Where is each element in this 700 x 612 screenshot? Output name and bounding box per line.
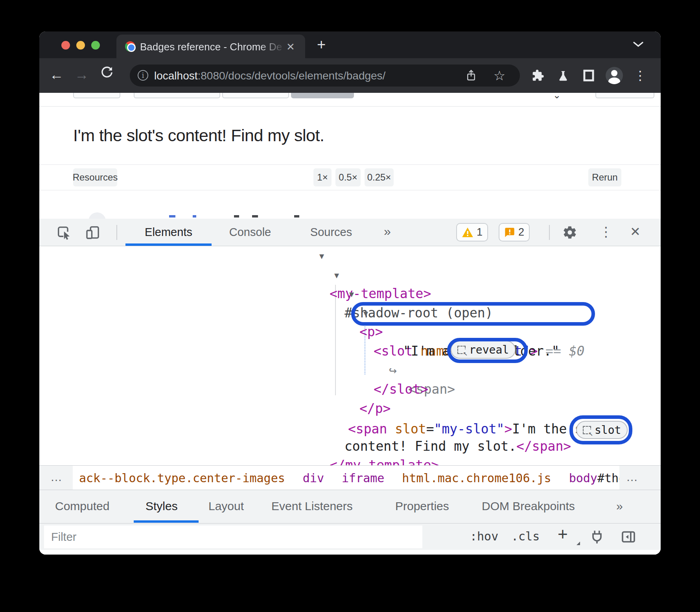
device-toolbar-icon[interactable] (85, 225, 101, 242)
tab-layout[interactable]: Layout (208, 500, 244, 513)
close-window-button[interactable] (61, 41, 70, 50)
expand-arrow-icon[interactable]: ▼ (319, 247, 324, 265)
devtools-menu-icon[interactable]: ⋮ (599, 224, 613, 240)
forward-button[interactable]: → (75, 67, 89, 83)
breadcrumb-item[interactable]: ack--block.type.center-images (79, 471, 285, 485)
tab-properties[interactable]: Properties (395, 500, 449, 513)
styles-pane-tabs: Computed Styles Layout Event Listeners P… (39, 490, 661, 523)
inspect-element-icon[interactable] (56, 225, 72, 242)
speed-1x-button[interactable]: 1× (313, 168, 332, 186)
toggle-element-state-button[interactable]: :hov (470, 529, 498, 543)
active-tab-underline (125, 243, 212, 246)
devtools-toolbar: Elements Console Sources » 1 2 ⋮ ✕ (39, 219, 661, 246)
styles-filter-input[interactable] (44, 525, 422, 548)
slot-badge[interactable]: ↖ slot (576, 421, 628, 439)
browser-window: Badges reference - Chrome De ✕ + ← → i l… (39, 31, 661, 555)
share-icon[interactable] (462, 67, 480, 84)
styles-pane-content (39, 550, 661, 555)
clipped-text-fragment (234, 215, 239, 218)
tree-node-my-template[interactable]: <my-template> (330, 284, 431, 303)
clipped-text-fragment (294, 215, 299, 218)
warning-count: 1 (477, 226, 483, 238)
reveal-icon: ↖ (457, 346, 466, 354)
tab-dom-breakpoints[interactable]: DOM Breakpoints (482, 500, 575, 513)
divider (39, 106, 661, 107)
reveal-badge-label: reveal (469, 343, 509, 356)
breadcrumb-overflow-left[interactable]: … (50, 470, 62, 484)
tab-search-chevron-icon[interactable] (632, 41, 644, 50)
page-viewport: ⌄ I'm the slot's content! Find my slot. … (39, 93, 661, 219)
dollar-zero-ref: $0 (569, 343, 585, 359)
clipped-button[interactable] (595, 93, 654, 98)
new-style-rule-button[interactable]: + (558, 524, 568, 544)
breadcrumb-item[interactable]: html.mac.chrome106.js (402, 471, 551, 485)
close-tab-icon[interactable]: ✕ (286, 41, 295, 53)
tab-computed[interactable]: Computed (55, 500, 109, 513)
warnings-badge[interactable]: 1 (456, 223, 488, 241)
new-tab-button[interactable]: + (317, 36, 326, 53)
expand-arrow-icon[interactable]: ▼ (334, 266, 339, 285)
experiments-flask-icon[interactable] (554, 67, 572, 84)
tab-console[interactable]: Console (223, 219, 278, 246)
side-panel-icon[interactable] (580, 67, 597, 84)
new-style-rule-dropdown-corner[interactable] (577, 542, 580, 545)
demo-slot-content-text: I'm the slot's content! Find my slot. (73, 126, 324, 145)
tab-elements[interactable]: Elements (125, 219, 212, 246)
slot-projection-arrow-icon: ↪ (389, 361, 405, 380)
divider (549, 225, 550, 240)
resources-button[interactable]: Resources (73, 168, 117, 186)
tab-event-listeners[interactable]: Event Listeners (271, 500, 353, 513)
slot-badge-label: slot (595, 424, 621, 437)
extensions-puzzle-icon[interactable] (529, 67, 547, 84)
clipped-button-selected[interactable] (291, 93, 354, 98)
url-path: :8080/docs/devtools/elements/badges/ (198, 70, 386, 82)
clipped-chevron-icon: ⌄ (553, 93, 561, 101)
issues-badge[interactable]: 2 (499, 223, 530, 241)
rerun-button[interactable]: Rerun (588, 168, 621, 186)
clipped-text-fragment (252, 215, 258, 218)
dom-tree: ••• ▼ <my-template> ▼ #shadow-root (open… (39, 246, 661, 465)
expand-arrow-icon[interactable]: ▼ (363, 304, 368, 323)
clipped-button[interactable] (134, 93, 220, 98)
speed-05x-button[interactable]: 0.5× (335, 168, 361, 186)
element-classes-button[interactable]: .cls (511, 529, 540, 543)
active-pane-underline (134, 520, 199, 523)
chrome-favicon-icon (125, 41, 135, 52)
url-text: localhost:8080/docs/devtools/elements/ba… (154, 70, 385, 82)
clipped-content-fragment (88, 212, 106, 219)
tab-strip: Badges reference - Chrome De ✕ + (39, 31, 661, 58)
browser-tab[interactable]: Badges reference - Chrome De ✕ (116, 35, 305, 58)
close-devtools-icon[interactable]: ✕ (630, 224, 641, 239)
tree-node-p[interactable]: <p> (359, 323, 383, 341)
demo-toolbar: Resources 1× 0.5× 0.25× Rerun (39, 164, 661, 190)
bookmark-star-icon[interactable]: ☆ (491, 67, 508, 84)
more-panes-icon[interactable]: » (616, 500, 623, 513)
maximize-window-button[interactable] (91, 41, 100, 50)
minimize-window-button[interactable] (76, 41, 85, 50)
url-host: localhost (154, 70, 198, 82)
clipped-button[interactable] (73, 93, 120, 98)
back-button[interactable]: ← (50, 67, 64, 83)
tab-styles[interactable]: Styles (146, 500, 178, 513)
tree-node-slot-close[interactable]: </slot> (374, 380, 428, 399)
tree-node-slotted-span-line2[interactable]: content! Find my slot.</span> (344, 437, 571, 456)
tab-sources[interactable]: Sources (304, 219, 359, 246)
reveal-badge[interactable]: ↖ reveal (451, 341, 516, 359)
speed-025x-button[interactable]: 0.25× (365, 168, 394, 186)
reload-button[interactable] (100, 65, 114, 83)
plug-icon[interactable] (589, 529, 605, 546)
breadcrumb-item[interactable]: div (303, 471, 324, 485)
more-tabs-icon[interactable]: » (384, 224, 391, 239)
breadcrumb-overflow-right[interactable]: … (626, 470, 638, 484)
breadcrumb-item[interactable]: body#the-bo (569, 471, 619, 485)
clipped-button[interactable] (222, 93, 289, 98)
profile-avatar[interactable] (606, 67, 623, 84)
expand-arrow-icon[interactable]: ▼ (349, 285, 354, 304)
breadcrumb-item[interactable]: iframe (342, 471, 384, 485)
site-info-icon[interactable]: i (138, 70, 148, 81)
browser-menu-icon[interactable]: ⋮ (632, 67, 649, 84)
tree-node-p-close[interactable]: </p> (359, 399, 391, 418)
address-bar[interactable]: i localhost:8080/docs/devtools/elements/… (130, 65, 520, 87)
toggle-sidebar-icon[interactable] (621, 529, 636, 546)
settings-gear-icon[interactable] (562, 225, 577, 241)
